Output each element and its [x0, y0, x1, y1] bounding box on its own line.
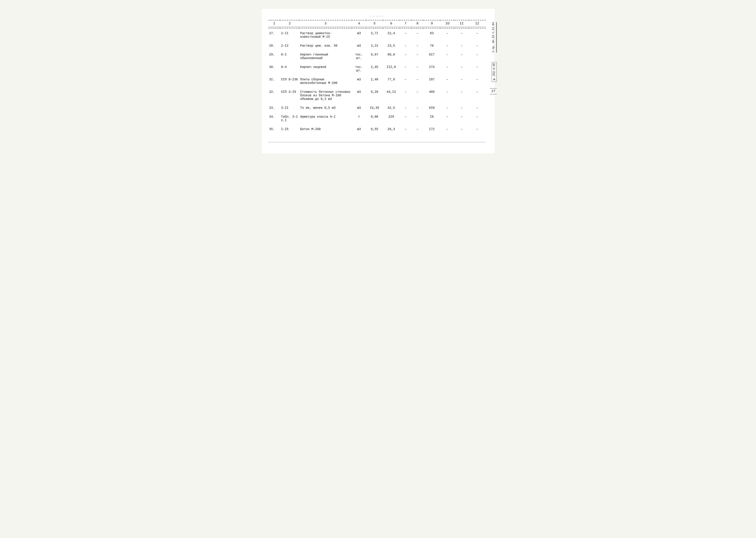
row-31-unit: м3 [352, 75, 366, 87]
row-30-col12: – [469, 62, 486, 75]
table-row: 34. Табл. 3–I п.I Арматура класса А–I т … [268, 112, 486, 124]
row-31-col12: – [469, 75, 486, 87]
row-30-name: Кирпич лицевой [299, 62, 352, 75]
row-31-col11: – [454, 75, 469, 87]
row-30-col6: II2,0 [383, 62, 400, 75]
table-row: 28. 2–I2 Раствор цем. изв. 50 м3 3,22 23… [268, 41, 486, 50]
row-31-code: ССП 8–236 [280, 75, 299, 87]
row-31-name: Плиты сборные железобетонные М-200 [299, 75, 352, 87]
top-decorative: * * * * * [268, 16, 486, 18]
row-35-col6: 26,3 [383, 124, 400, 133]
row-34-name: Арматура класса А–I [299, 112, 352, 124]
row-30-col5: 2,45 [366, 62, 383, 75]
table-row: 3I. ССП 8–236 Плиты сборные железобетонн… [268, 75, 486, 87]
row-28-col6: 23,5 [383, 41, 400, 50]
row-35-col7: – [400, 124, 412, 133]
row-28-name: Раствор цем. изв. 50 [299, 41, 352, 50]
row-34-col5: 0,08 [366, 112, 383, 124]
table-row: 32. ССП 3–I9 Стоимость бетонных стеновых… [268, 87, 486, 103]
col-header-10: IO [440, 20, 454, 27]
row-27-col10: – [440, 28, 454, 41]
row-35-col11: – [454, 124, 469, 133]
row-27-col11: – [454, 28, 469, 41]
col-header-8: 8 [412, 20, 424, 27]
row-30-col9: 274 [423, 62, 440, 75]
row-34-col10: – [440, 112, 454, 124]
col-header-3: 3 [299, 20, 352, 27]
row-28-col5: 3,22 [366, 41, 383, 50]
row-28-col7: – [400, 41, 412, 50]
row-30-code: 6–4 [280, 62, 299, 75]
row-33-name: То же, менее 0,5 м3 [299, 103, 352, 112]
row-33-unit: м3 [352, 103, 366, 112]
col-header-4: 4 [352, 20, 366, 27]
row-30-col11: – [454, 62, 469, 75]
row-30-col7: – [400, 62, 412, 75]
row-32-col9: 409 [423, 87, 440, 103]
row-32-col8: – [412, 87, 424, 103]
row-33-col10: – [440, 103, 454, 112]
row-29-col10: – [440, 50, 454, 62]
right-label-top: 1.пр. Ал.IX п.II.84 [492, 22, 497, 53]
col-header-9: 9 [423, 20, 440, 27]
row-29-col5: 9,07 [366, 50, 383, 62]
row-34-col7: – [400, 112, 412, 124]
row-29-col6: 68,0 [383, 50, 400, 62]
row-33-col11: – [454, 103, 469, 112]
row-27-col12: – [469, 28, 486, 41]
row-29-col7: – [400, 50, 412, 62]
row-35-col8: – [412, 124, 424, 133]
row-29-name: Кирпич глиняный обыкновенный [299, 50, 352, 62]
row-34-num: 34. [268, 112, 280, 124]
row-27-code: 2–II [280, 28, 299, 41]
col-header-6: 6 [383, 20, 400, 27]
table-row: 27. 2–II Раствор цементно-известковый М-… [268, 28, 486, 41]
row-27-num: 27. [268, 28, 280, 41]
row-33-num: 33. [268, 103, 280, 112]
row-31-col5: 2,40 [366, 75, 383, 87]
row-28-col11: – [454, 41, 469, 50]
row-32-code: ССП 3–I9 [280, 87, 299, 103]
row-28-col10: – [440, 41, 454, 50]
row-33-col7: – [400, 103, 412, 112]
page-number: 27 [490, 88, 496, 94]
row-29-col8: – [412, 50, 424, 62]
row-27-col7: – [400, 28, 412, 41]
row-35-col12: – [469, 124, 486, 133]
col-header-11: II [454, 20, 469, 27]
row-32-col11: – [454, 87, 469, 103]
col-header-12: I2 [469, 20, 486, 27]
row-29-num: 29. [268, 50, 280, 62]
col-header-5: 5 [366, 20, 383, 27]
row-32-unit: м3 [352, 87, 366, 103]
col-header-7: 7 [400, 20, 412, 27]
row-34-col6: 229 [383, 112, 400, 124]
row-28-col8: – [412, 41, 424, 50]
row-33-col5: I4,35 [366, 103, 383, 112]
row-28-unit: м3 [352, 41, 366, 50]
row-35-num: 35. [268, 124, 280, 133]
table-row: 35. I–I5 Бетон М–I00 м3 6,55 26,3 – – I7… [268, 124, 486, 133]
row-27-col5: 3,7I [366, 28, 383, 41]
row-29-col11: – [454, 50, 469, 62]
row-35-unit: м3 [352, 124, 366, 133]
row-29-code: 6–I [280, 50, 299, 62]
row-30-unit: тнс. шт. [352, 62, 366, 75]
row-33-col9: 6I0 [423, 103, 440, 112]
row-30-num: 30. [268, 62, 280, 75]
row-27-col9: 83 [423, 28, 440, 41]
table-row: 30. 6–4 Кирпич лицевой тнс. шт. 2,45 II2… [268, 62, 486, 75]
row-29-col9: 6I7 [423, 50, 440, 62]
row-33-code: 3–II [280, 103, 299, 112]
row-34-code: Табл. 3–I п.I [280, 112, 299, 124]
row-34-col9: I8 [423, 112, 440, 124]
row-27-col6: 22,4 [383, 28, 400, 41]
row-35-col10: – [440, 124, 454, 133]
row-33-col8: – [412, 103, 424, 112]
row-35-code: I–I5 [280, 124, 299, 133]
col-header-2: 2 [280, 20, 299, 27]
row-32-col7: – [400, 87, 412, 103]
table-row: 29. 6–I Кирпич глиняный обыкновенный тнс… [268, 50, 486, 62]
row-28-code: 2–I2 [280, 41, 299, 50]
row-30-col10: – [440, 62, 454, 75]
